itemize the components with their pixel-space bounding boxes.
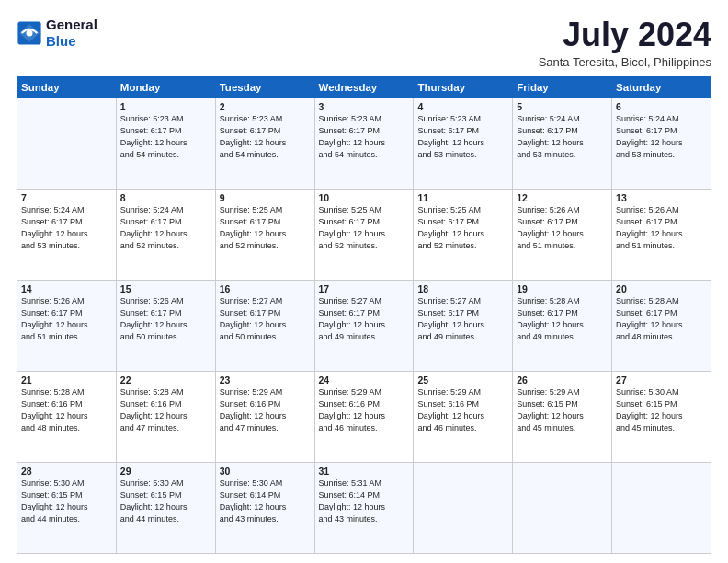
cell-info: Sunrise: 5:23 AMSunset: 6:17 PMDaylight:… [417,113,508,161]
day-header-wednesday: Wednesday [314,76,414,98]
calendar-cell: 17Sunrise: 5:27 AMSunset: 6:17 PMDayligh… [314,280,414,371]
cell-info: Sunrise: 5:30 AMSunset: 6:15 PMDaylight:… [616,386,707,434]
cell-info: Sunrise: 5:23 AMSunset: 6:17 PMDaylight:… [120,113,211,161]
day-header-saturday: Saturday [612,76,711,98]
week-row-4: 28Sunrise: 5:30 AMSunset: 6:15 PMDayligh… [17,462,711,553]
calendar-cell: 24Sunrise: 5:29 AMSunset: 6:16 PMDayligh… [314,371,414,462]
cell-info: Sunrise: 5:29 AMSunset: 6:16 PMDaylight:… [220,386,311,434]
day-number: 14 [21,283,112,294]
header: General Blue July 2024 Santa Teresita, B… [17,17,711,69]
cell-info: Sunrise: 5:25 AMSunset: 6:17 PMDaylight:… [417,204,508,252]
week-row-1: 7Sunrise: 5:24 AMSunset: 6:17 PMDaylight… [17,189,711,280]
day-number: 31 [319,465,410,477]
calendar-cell: 25Sunrise: 5:29 AMSunset: 6:16 PMDayligh… [414,371,513,462]
day-number: 9 [220,192,311,203]
day-number: 30 [220,465,311,477]
day-number: 16 [220,283,311,294]
cell-info: Sunrise: 5:26 AMSunset: 6:17 PMDaylight:… [517,204,608,252]
logo-text: General Blue [46,17,97,50]
calendar-cell: 18Sunrise: 5:27 AMSunset: 6:17 PMDayligh… [414,280,513,371]
day-number: 1 [120,101,211,112]
calendar-cell: 4Sunrise: 5:23 AMSunset: 6:17 PMDaylight… [414,98,513,189]
day-number: 3 [319,101,410,112]
calendar-cell: 5Sunrise: 5:24 AMSunset: 6:17 PMDaylight… [513,98,612,189]
calendar-cell: 22Sunrise: 5:28 AMSunset: 6:16 PMDayligh… [116,371,215,462]
cell-info: Sunrise: 5:24 AMSunset: 6:17 PMDaylight:… [120,204,211,252]
day-number: 10 [319,192,410,203]
calendar-cell: 8Sunrise: 5:24 AMSunset: 6:17 PMDaylight… [116,189,215,280]
calendar-cell: 30Sunrise: 5:30 AMSunset: 6:14 PMDayligh… [215,462,314,553]
day-number: 22 [120,374,211,385]
day-number: 12 [517,192,608,203]
day-number: 20 [616,283,707,294]
cell-info: Sunrise: 5:29 AMSunset: 6:15 PMDaylight:… [517,386,608,434]
calendar-cell: 28Sunrise: 5:30 AMSunset: 6:15 PMDayligh… [17,462,117,553]
day-number: 28 [21,465,112,477]
title-block: July 2024 Santa Teresita, Bicol, Philipp… [539,17,711,69]
calendar-cell: 23Sunrise: 5:29 AMSunset: 6:16 PMDayligh… [215,371,314,462]
calendar-cell [17,98,117,189]
day-number: 21 [21,374,112,385]
day-number: 2 [220,101,311,112]
day-number: 7 [21,192,112,203]
day-number: 29 [120,465,211,477]
day-number: 13 [616,192,707,203]
calendar-cell: 21Sunrise: 5:28 AMSunset: 6:16 PMDayligh… [17,371,117,462]
logo-icon [17,20,42,46]
day-number: 4 [417,101,508,112]
day-number: 17 [319,283,410,294]
day-number: 25 [417,374,508,385]
cell-info: Sunrise: 5:29 AMSunset: 6:16 PMDaylight:… [319,386,410,434]
cell-info: Sunrise: 5:30 AMSunset: 6:14 PMDaylight:… [220,477,311,525]
week-row-2: 14Sunrise: 5:26 AMSunset: 6:17 PMDayligh… [17,280,711,371]
day-number: 5 [517,101,608,112]
header-row: SundayMondayTuesdayWednesdayThursdayFrid… [17,76,711,98]
week-row-3: 21Sunrise: 5:28 AMSunset: 6:16 PMDayligh… [17,371,711,462]
cell-info: Sunrise: 5:28 AMSunset: 6:17 PMDaylight:… [616,295,707,343]
cell-info: Sunrise: 5:27 AMSunset: 6:17 PMDaylight:… [417,295,508,343]
day-number: 18 [417,283,508,294]
cell-info: Sunrise: 5:30 AMSunset: 6:15 PMDaylight:… [120,477,211,525]
location: Santa Teresita, Bicol, Philippines [539,55,711,69]
cell-info: Sunrise: 5:26 AMSunset: 6:17 PMDaylight:… [120,295,211,343]
cell-info: Sunrise: 5:24 AMSunset: 6:17 PMDaylight:… [616,113,707,161]
day-number: 26 [517,374,608,385]
calendar-cell: 6Sunrise: 5:24 AMSunset: 6:17 PMDaylight… [612,98,711,189]
calendar-cell: 10Sunrise: 5:25 AMSunset: 6:17 PMDayligh… [314,189,414,280]
day-header-sunday: Sunday [17,76,117,98]
calendar-cell: 15Sunrise: 5:26 AMSunset: 6:17 PMDayligh… [116,280,215,371]
cell-info: Sunrise: 5:28 AMSunset: 6:16 PMDaylight:… [21,386,112,434]
calendar-cell: 19Sunrise: 5:28 AMSunset: 6:17 PMDayligh… [513,280,612,371]
calendar-cell: 3Sunrise: 5:23 AMSunset: 6:17 PMDaylight… [314,98,414,189]
calendar-cell: 31Sunrise: 5:31 AMSunset: 6:14 PMDayligh… [314,462,414,553]
calendar-cell: 12Sunrise: 5:26 AMSunset: 6:17 PMDayligh… [513,189,612,280]
calendar-cell: 29Sunrise: 5:30 AMSunset: 6:15 PMDayligh… [116,462,215,553]
cell-info: Sunrise: 5:27 AMSunset: 6:17 PMDaylight:… [319,295,410,343]
cell-info: Sunrise: 5:31 AMSunset: 6:14 PMDaylight:… [319,477,410,525]
calendar-cell: 7Sunrise: 5:24 AMSunset: 6:17 PMDaylight… [17,189,117,280]
day-number: 6 [616,101,707,112]
calendar-cell: 13Sunrise: 5:26 AMSunset: 6:17 PMDayligh… [612,189,711,280]
cell-info: Sunrise: 5:28 AMSunset: 6:16 PMDaylight:… [120,386,211,434]
cell-info: Sunrise: 5:25 AMSunset: 6:17 PMDaylight:… [319,204,410,252]
calendar-cell: 14Sunrise: 5:26 AMSunset: 6:17 PMDayligh… [17,280,117,371]
svg-point-2 [27,30,33,37]
day-number: 15 [120,283,211,294]
calendar-cell: 26Sunrise: 5:29 AMSunset: 6:15 PMDayligh… [513,371,612,462]
cell-info: Sunrise: 5:28 AMSunset: 6:17 PMDaylight:… [517,295,608,343]
calendar-cell: 9Sunrise: 5:25 AMSunset: 6:17 PMDaylight… [215,189,314,280]
calendar-cell [414,462,513,553]
day-number: 24 [319,374,410,385]
cell-info: Sunrise: 5:26 AMSunset: 6:17 PMDaylight:… [616,204,707,252]
day-number: 23 [220,374,311,385]
logo: General Blue [17,17,97,50]
page: General Blue July 2024 Santa Teresita, B… [0,0,728,563]
calendar-cell: 11Sunrise: 5:25 AMSunset: 6:17 PMDayligh… [414,189,513,280]
cell-info: Sunrise: 5:25 AMSunset: 6:17 PMDaylight:… [220,204,311,252]
week-row-0: 1Sunrise: 5:23 AMSunset: 6:17 PMDaylight… [17,98,711,189]
calendar-cell: 27Sunrise: 5:30 AMSunset: 6:15 PMDayligh… [612,371,711,462]
cell-info: Sunrise: 5:23 AMSunset: 6:17 PMDaylight:… [319,113,410,161]
calendar-cell [513,462,612,553]
calendar-cell: 16Sunrise: 5:27 AMSunset: 6:17 PMDayligh… [215,280,314,371]
cell-info: Sunrise: 5:30 AMSunset: 6:15 PMDaylight:… [21,477,112,525]
